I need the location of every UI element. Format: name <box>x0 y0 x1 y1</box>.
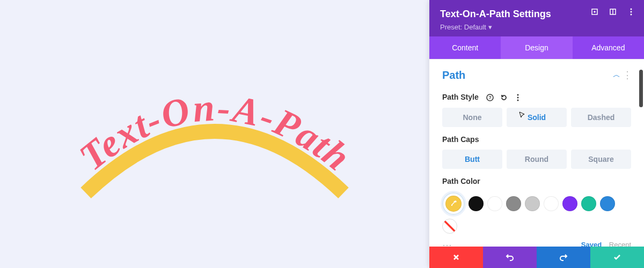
swatch-selected[interactable] <box>442 192 465 215</box>
svg-point-11 <box>517 99 519 101</box>
scrollbar[interactable] <box>639 70 643 107</box>
path-style-solid[interactable]: Solid <box>507 108 567 127</box>
tab-advanced[interactable]: Advanced <box>573 36 644 59</box>
more-icon[interactable] <box>627 8 635 16</box>
swatch-transparent[interactable] <box>442 219 457 234</box>
cancel-button[interactable] <box>429 247 483 268</box>
swatch-lightgray[interactable] <box>525 196 540 211</box>
swatch-gray[interactable] <box>506 196 521 211</box>
chevron-down-icon: ▾ <box>488 23 492 31</box>
field-more-icon[interactable] <box>513 93 523 102</box>
help-icon[interactable]: ? <box>485 93 495 102</box>
undo-icon <box>505 252 515 262</box>
tab-content[interactable]: Content <box>429 36 501 59</box>
swatch-purple[interactable] <box>562 196 577 211</box>
collapse-icon[interactable]: ︿ <box>613 70 620 80</box>
redo-button[interactable] <box>537 247 590 268</box>
svg-point-1 <box>594 11 595 12</box>
svg-point-4 <box>631 9 632 10</box>
path-style-dashed[interactable]: Dashed <box>571 108 631 127</box>
path-caps-label: Path Caps <box>442 135 479 144</box>
field-path-caps: Path Caps Butt Round Square <box>429 129 644 171</box>
eyedropper-icon <box>449 199 458 208</box>
section-more-icon[interactable]: ⋮ <box>623 69 632 81</box>
expand-icon[interactable] <box>590 8 599 16</box>
path-color-label: Path Color <box>442 177 480 185</box>
swatch-black[interactable] <box>469 196 484 211</box>
svg-point-10 <box>517 96 519 98</box>
path-caps-butt[interactable]: Butt <box>442 150 502 169</box>
confirm-button[interactable] <box>590 247 644 268</box>
bottom-action-bar <box>429 247 644 268</box>
undo-button[interactable] <box>483 247 537 268</box>
field-path-style: Path Style ? None Solid Dashed <box>429 87 644 129</box>
swatch-blue[interactable] <box>600 196 615 211</box>
svg-point-5 <box>631 11 632 13</box>
svg-text:?: ? <box>488 95 492 100</box>
swatch-teal[interactable] <box>581 196 596 211</box>
redo-icon <box>559 252 568 262</box>
preset-selector[interactable]: Preset: Default ▾ <box>440 23 633 31</box>
tab-design[interactable]: Design <box>501 36 572 59</box>
check-icon <box>612 252 622 262</box>
path-style-none[interactable]: None <box>442 108 502 127</box>
field-path-color: Path Color ⋯ Saved Recent <box>429 171 644 253</box>
path-style-label: Path Style <box>442 93 479 101</box>
canvas-preview: Text-On-A-Path <box>0 0 429 268</box>
svg-point-6 <box>631 14 632 16</box>
close-icon <box>452 253 460 262</box>
swatch-white2[interactable] <box>544 196 559 211</box>
layout-icon[interactable] <box>609 8 617 16</box>
swatch-white[interactable] <box>487 196 502 211</box>
settings-panel: Text-On-A-Path Settings Preset: Default … <box>429 0 644 268</box>
section-path: Path ︿ ⋮ <box>429 59 644 87</box>
text-on-path-svg: Text-On-A-Path <box>54 27 376 241</box>
path-caps-square[interactable]: Square <box>571 150 631 169</box>
panel-header: Text-On-A-Path Settings Preset: Default … <box>429 0 644 36</box>
svg-point-9 <box>517 94 519 95</box>
tabs: Content Design Advanced <box>429 36 644 59</box>
reset-icon[interactable] <box>499 93 509 102</box>
section-title: Path <box>442 69 631 81</box>
path-caps-round[interactable]: Round <box>507 150 567 169</box>
